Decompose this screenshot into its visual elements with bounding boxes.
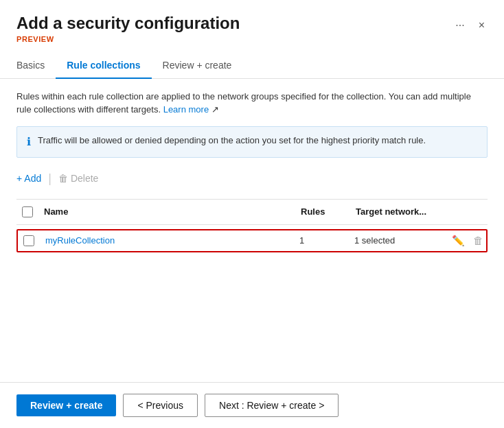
row-target-value: 1 selected xyxy=(354,235,395,246)
tab-basics[interactable]: Basics xyxy=(16,54,56,79)
info-box: ℹ Traffic will be allowed or denied depe… xyxy=(16,126,488,158)
col-target: Target network... xyxy=(350,204,446,220)
dialog: Add a security configuration PREVIEW ···… xyxy=(0,0,504,428)
review-create-button[interactable]: Review + create xyxy=(16,394,116,416)
next-button[interactable]: Next : Review + create > xyxy=(205,394,339,417)
delete-label: Delete xyxy=(71,173,98,184)
external-link-icon: ↗ xyxy=(211,104,219,115)
col-rules: Rules xyxy=(295,204,350,220)
content-area: Rules within each rule collection are ap… xyxy=(0,79,504,382)
dialog-title: Add a security configuration xyxy=(16,14,240,34)
add-button[interactable]: + Add xyxy=(16,170,41,187)
tabs: Basics Rule collections Review + create xyxy=(0,46,504,79)
select-all-checkbox-cell xyxy=(16,204,38,220)
row-name-cell: myRuleCollection xyxy=(40,230,294,251)
trash-icon: 🗑 xyxy=(58,173,68,184)
row-rules-value: 1 xyxy=(299,235,304,246)
toolbar-separator: | xyxy=(48,172,51,185)
row-actions-cell: ✏️ 🗑 xyxy=(445,230,486,251)
edit-button[interactable]: ✏️ xyxy=(450,233,466,248)
tab-rule-collections[interactable]: Rule collections xyxy=(56,54,151,79)
header-icons: ··· × xyxy=(453,14,488,34)
table-row: myRuleCollection 1 1 selected ✏️ 🗑 xyxy=(16,229,488,252)
table-header: Name Rules Target network... xyxy=(16,200,488,225)
description-main: Rules within each rule collection are ap… xyxy=(16,91,471,115)
row-target-cell: 1 selected xyxy=(349,230,445,251)
row-checkbox-cell xyxy=(18,230,40,251)
preview-badge: PREVIEW xyxy=(16,35,240,43)
select-all-checkbox[interactable] xyxy=(22,206,33,217)
tab-review-create[interactable]: Review + create xyxy=(152,54,243,79)
row-rules-cell: 1 xyxy=(294,230,349,251)
footer: Review + create < Previous Next : Review… xyxy=(0,382,504,428)
learn-more-link[interactable]: Learn more xyxy=(163,104,209,115)
row-checkbox[interactable] xyxy=(23,235,34,246)
more-options-button[interactable]: ··· xyxy=(453,16,467,34)
delete-button[interactable]: 🗑 Delete xyxy=(58,170,98,187)
rule-collections-table: Name Rules Target network... myRuleColle… xyxy=(16,199,488,252)
toolbar: + Add | 🗑 Delete xyxy=(16,170,488,187)
col-actions xyxy=(446,204,488,220)
description-text: Rules within each rule collection are ap… xyxy=(16,90,488,117)
info-icon: ℹ xyxy=(27,134,31,150)
previous-button[interactable]: < Previous xyxy=(123,394,198,417)
close-button[interactable]: × xyxy=(476,16,488,34)
col-name: Name xyxy=(38,204,295,220)
header-left: Add a security configuration PREVIEW xyxy=(16,14,240,43)
info-box-text: Traffic will be allowed or denied depend… xyxy=(38,134,426,147)
row-delete-button[interactable]: 🗑 xyxy=(472,233,485,248)
dialog-header: Add a security configuration PREVIEW ···… xyxy=(0,0,504,46)
rule-collection-link[interactable]: myRuleCollection xyxy=(45,235,115,246)
